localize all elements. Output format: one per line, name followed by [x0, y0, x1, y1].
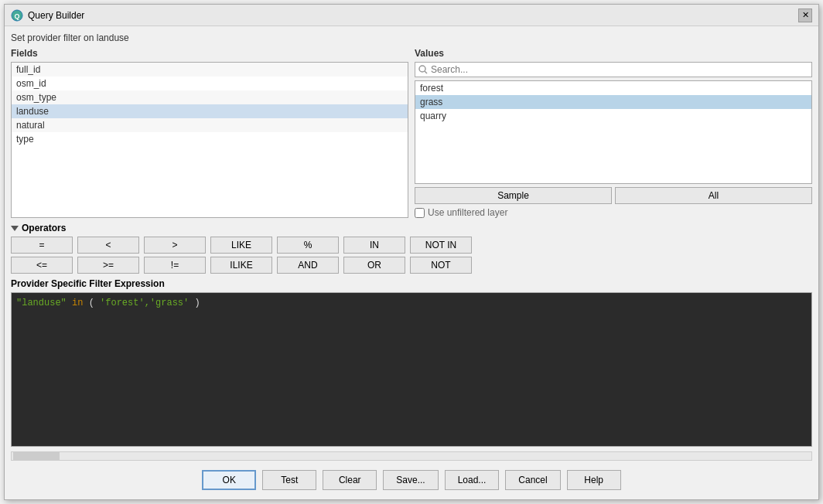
close-button[interactable]: ✕ [798, 9, 812, 22]
value-item-grass[interactable]: grass [415, 95, 811, 109]
op-percent[interactable]: % [277, 237, 339, 254]
expression-label: Provider Specific Filter Expression [11, 278, 812, 289]
expr-close-paren: ) [194, 298, 200, 308]
op-neq[interactable]: != [144, 257, 206, 274]
ok-button[interactable]: OK [202, 470, 256, 490]
values-search-input[interactable] [431, 64, 808, 75]
expr-values: 'forest','grass' [100, 298, 189, 308]
op-or[interactable]: OR [343, 257, 405, 274]
field-item-type[interactable]: type [12, 132, 408, 146]
values-panel: Values forest grass quarry Sample All [415, 48, 812, 218]
value-item-quarry[interactable]: quarry [415, 109, 811, 123]
op-like[interactable]: LIKE [210, 237, 272, 254]
operators-row-2: <= >= != ILIKE AND OR NOT [11, 257, 812, 274]
expr-open-paren: ( [89, 298, 94, 308]
expr-field: "landuse" [16, 298, 67, 308]
query-builder-dialog: Q Query Builder ✕ Set provider filter on… [4, 4, 819, 500]
expr-in-kw: in [72, 298, 89, 308]
cancel-button[interactable]: Cancel [505, 470, 560, 490]
op-ilike[interactable]: ILIKE [210, 257, 272, 274]
operators-header: Operators [11, 223, 812, 233]
field-item-osm_type[interactable]: osm_type [12, 90, 408, 104]
collapse-icon[interactable] [11, 226, 19, 231]
all-button[interactable]: All [615, 187, 812, 204]
svg-text:Q: Q [14, 12, 19, 20]
op-in[interactable]: IN [343, 237, 405, 254]
op-not[interactable]: NOT [410, 257, 472, 274]
op-not-in[interactable]: NOT IN [410, 237, 472, 254]
svg-point-2 [419, 66, 425, 72]
field-item-landuse[interactable]: landuse [12, 104, 408, 118]
op-gte[interactable]: >= [77, 257, 139, 274]
operators-label: Operators [22, 223, 66, 233]
fields-list[interactable]: full_id osm_id osm_type landuse natural … [11, 62, 408, 218]
fields-label: Fields [11, 48, 408, 59]
title-text: Query Builder [28, 10, 84, 21]
values-action-buttons: Sample All [415, 187, 812, 204]
use-unfiltered-checkbox[interactable] [415, 208, 425, 218]
value-item-forest[interactable]: forest [415, 81, 811, 95]
use-unfiltered-label: Use unfiltered layer [428, 207, 507, 218]
app-icon: Q [11, 9, 23, 22]
help-button[interactable]: Help [567, 470, 621, 490]
bottom-buttons: OK Test Clear Save... Load... Cancel Hel… [11, 465, 812, 493]
expression-section: Provider Specific Filter Expression "lan… [11, 278, 812, 447]
values-label: Values [415, 48, 812, 59]
sample-button[interactable]: Sample [415, 187, 612, 204]
expression-editor[interactable]: "landuse" in ( 'forest','grass' ) [11, 292, 812, 447]
search-icon [418, 65, 428, 74]
title-bar: Q Query Builder ✕ [5, 5, 818, 26]
save-button[interactable]: Save... [383, 470, 438, 490]
values-list[interactable]: forest grass quarry [415, 80, 812, 184]
op-gt[interactable]: > [144, 237, 206, 254]
svg-line-3 [425, 71, 427, 73]
operators-row-1: = < > LIKE % IN NOT IN [11, 237, 812, 254]
op-lte[interactable]: <= [11, 257, 73, 274]
scrollbar-thumb[interactable] [13, 452, 60, 460]
field-item-osm_id[interactable]: osm_id [12, 77, 408, 90]
test-button[interactable]: Test [262, 470, 316, 490]
horizontal-scrollbar[interactable] [11, 451, 812, 461]
use-unfiltered-row: Use unfiltered layer [415, 207, 812, 218]
subtitle: Set provider filter on landuse [11, 32, 812, 43]
operators-section: Operators = < > LIKE % IN NOT IN <= >= !… [11, 223, 812, 274]
field-item-full_id[interactable]: full_id [12, 63, 408, 77]
field-item-natural[interactable]: natural [12, 118, 408, 132]
op-equals[interactable]: = [11, 237, 73, 254]
clear-button[interactable]: Clear [323, 470, 377, 490]
op-lt[interactable]: < [77, 237, 139, 254]
load-button[interactable]: Load... [445, 470, 500, 490]
operators-grid: = < > LIKE % IN NOT IN <= >= != ILIKE AN… [11, 237, 812, 274]
values-search-box[interactable] [415, 62, 812, 77]
op-and[interactable]: AND [277, 257, 339, 274]
fields-panel: Fields full_id osm_id osm_type landuse n… [11, 48, 408, 218]
